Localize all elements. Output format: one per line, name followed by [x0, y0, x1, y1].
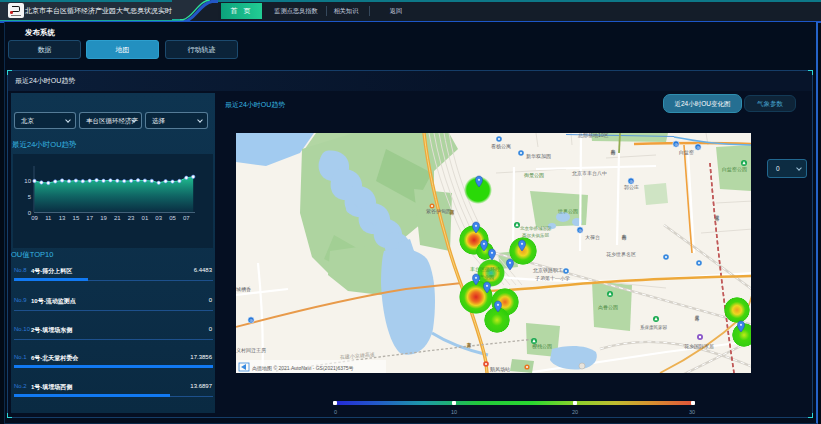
svg-text:07: 07 — [183, 215, 190, 221]
svg-text:09: 09 — [31, 215, 38, 221]
svg-text:新华双加园: 新华双加园 — [526, 153, 551, 160]
svg-text:大葆台: 大葆台 — [585, 234, 600, 240]
svg-text:21: 21 — [114, 215, 121, 221]
svg-text:义村回迁王房: 义村回迁王房 — [236, 347, 266, 354]
svg-text:G: G — [674, 142, 677, 147]
svg-text:13: 13 — [59, 215, 66, 221]
svg-text:系保康民家园: 系保康民家园 — [640, 324, 667, 331]
svg-text:5: 5 — [28, 194, 32, 200]
svg-text:23: 23 — [128, 215, 135, 221]
svg-text:G: G — [578, 228, 581, 233]
svg-text:03: 03 — [155, 215, 162, 221]
svg-text:看杨公寓: 看杨公寓 — [491, 143, 511, 150]
svg-text:高德地图 © 2021 AutoNavi - GS(2021: 高德地图 © 2021 AutoNavi - GS(2021)6375号 — [252, 365, 354, 372]
svg-text:05: 05 — [169, 215, 176, 221]
svg-text:郭公庄: 郭公庄 — [624, 184, 639, 191]
svg-text:北京华侨城国际: 北京华侨城国际 — [520, 225, 552, 232]
svg-text:鹅凤场站: 鹅凤场站 — [489, 366, 510, 373]
svg-text:高尔夫俱乐部: 高尔夫俱乐部 — [522, 233, 550, 238]
svg-text:世界公园: 世界公园 — [557, 208, 578, 215]
svg-text:10: 10 — [24, 178, 31, 184]
svg-text:17: 17 — [86, 215, 93, 221]
svg-text:11: 11 — [45, 215, 52, 221]
svg-text:01: 01 — [142, 215, 149, 221]
svg-text:北京铁路职工: 北京铁路职工 — [533, 267, 563, 274]
svg-text:高眷公园: 高眷公园 — [598, 304, 618, 311]
svg-text:北京市丰台八中: 北京市丰台八中 — [572, 170, 607, 177]
svg-text:G: G — [696, 145, 699, 150]
svg-text:白盆窑: 白盆窑 — [679, 149, 694, 156]
svg-text:白盆窑公园: 白盆窑公园 — [722, 166, 747, 173]
svg-text:樱桃公园: 樱桃公园 — [532, 343, 552, 350]
svg-text:19: 19 — [100, 215, 107, 221]
svg-text:城槽香: 城槽香 — [236, 286, 251, 292]
svg-text:紫谷伊甸园: 紫谷伊甸园 — [426, 208, 451, 215]
svg-text:G: G — [249, 318, 252, 323]
svg-text:花乡国际家居: 花乡国际家居 — [684, 343, 714, 350]
svg-text:御景公园: 御景公园 — [524, 172, 544, 179]
svg-text:子弟第十一小学: 子弟第十一小学 — [535, 275, 570, 282]
svg-text:丰台区循环经: 丰台区循环经 — [470, 266, 500, 273]
svg-text:G: G — [629, 179, 632, 184]
svg-text:15: 15 — [73, 215, 80, 221]
svg-text:花乡世界名区: 花乡世界名区 — [606, 251, 636, 258]
